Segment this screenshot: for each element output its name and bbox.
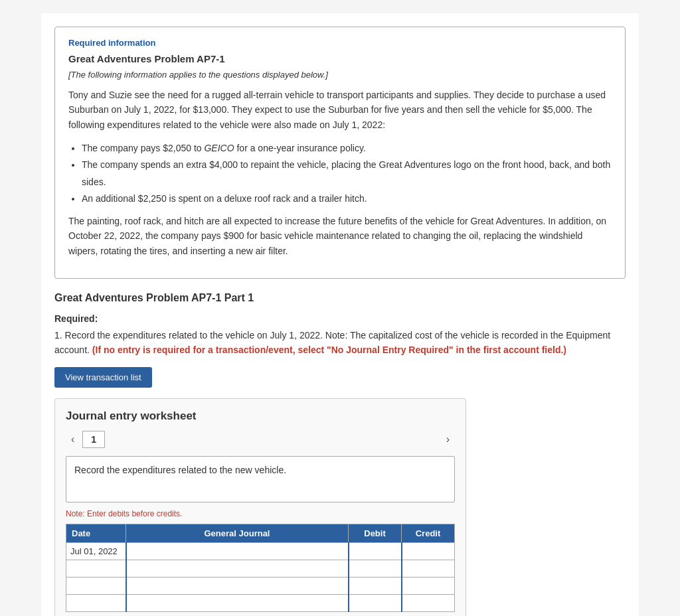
- gj-field-1[interactable]: [131, 546, 344, 556]
- table-row: [66, 577, 455, 594]
- worksheet-note-box: Record the expenditures related to the n…: [66, 456, 455, 502]
- instruction-text: 1. Record the expenditures related to th…: [54, 328, 626, 358]
- debit-field-1[interactable]: [353, 546, 397, 556]
- worksheet-container: Journal entry worksheet ‹ 1 › Record the…: [54, 398, 466, 616]
- col-debit: Debit: [349, 524, 402, 542]
- gj-input-1[interactable]: [126, 542, 349, 560]
- debit-field-2[interactable]: [353, 564, 397, 574]
- credit-field-3[interactable]: [406, 581, 451, 591]
- debit-input-1[interactable]: [349, 542, 402, 560]
- debit-field-4[interactable]: [353, 598, 397, 608]
- instruction-red: (If no entry is required for a transacti…: [92, 345, 566, 355]
- credit-field-2[interactable]: [406, 564, 451, 574]
- debit-field-3[interactable]: [353, 581, 397, 591]
- gj-field-4[interactable]: [131, 598, 344, 608]
- view-transaction-button[interactable]: View transaction list: [54, 367, 152, 388]
- gj-field-2[interactable]: [131, 564, 344, 574]
- tab-active[interactable]: 1: [82, 431, 105, 448]
- note-enter-debits: Note: Enter debits before credits.: [66, 509, 455, 518]
- col-credit: Credit: [402, 524, 455, 542]
- required-label: Required:: [54, 313, 626, 324]
- date-cell-4: [66, 594, 126, 611]
- part-section: Great Adventures Problem AP7-1 Part 1 Re…: [54, 292, 626, 358]
- col-general-journal: General Journal: [126, 524, 349, 542]
- info-box: Required information Great Adventures Pr…: [54, 27, 626, 279]
- italic-note: [The following information applies to th…: [68, 70, 612, 80]
- gj-input-3[interactable]: [126, 577, 349, 594]
- tab-next-arrow[interactable]: ›: [441, 431, 455, 448]
- gj-input-4[interactable]: [126, 594, 349, 611]
- date-cell-3: [66, 577, 126, 594]
- worksheet-note-text: Record the expenditures related to the n…: [74, 465, 286, 475]
- credit-field-4[interactable]: [406, 598, 451, 608]
- journal-table: Date General Journal Debit Credit Jul 01…: [66, 524, 455, 612]
- problem-title: Great Adventures Problem AP7-1: [68, 53, 612, 64]
- bullet-item-2: The company spends an extra $4,000 to re…: [82, 157, 612, 190]
- date-cell-1: Jul 01, 2022: [66, 542, 126, 560]
- credit-input-3[interactable]: [402, 577, 455, 594]
- gj-field-3[interactable]: [131, 581, 344, 591]
- bullet-item-1: The company pays $2,050 to GEICO for a o…: [82, 140, 612, 157]
- table-row: [66, 594, 455, 611]
- part-title: Great Adventures Problem AP7-1 Part 1: [54, 292, 626, 304]
- debit-input-3[interactable]: [349, 577, 402, 594]
- credit-field-1[interactable]: [406, 546, 451, 556]
- paragraph1: Tony and Suzie see the need for a rugged…: [68, 88, 612, 132]
- bullet-list: The company pays $2,050 to GEICO for a o…: [82, 140, 612, 207]
- credit-input-2[interactable]: [402, 560, 455, 577]
- table-row: Jul 01, 2022: [66, 542, 455, 560]
- gj-input-2[interactable]: [126, 560, 349, 577]
- debit-input-2[interactable]: [349, 560, 402, 577]
- tab-prev-arrow[interactable]: ‹: [66, 431, 80, 448]
- bullet-item-3: An additional $2,250 is spent on a delux…: [82, 191, 612, 207]
- paragraph2: The painting, roof rack, and hitch are a…: [68, 214, 612, 258]
- tab-nav: ‹ 1 ›: [66, 431, 455, 448]
- page-container: Required information Great Adventures Pr…: [41, 13, 639, 616]
- col-date: Date: [66, 524, 126, 542]
- credit-input-4[interactable]: [402, 594, 455, 611]
- credit-input-1[interactable]: [402, 542, 455, 560]
- debit-input-4[interactable]: [349, 594, 402, 611]
- worksheet-title: Journal entry worksheet: [66, 410, 455, 423]
- required-info-label: Required information: [68, 38, 612, 48]
- date-cell-2: [66, 560, 126, 577]
- table-row: [66, 560, 455, 577]
